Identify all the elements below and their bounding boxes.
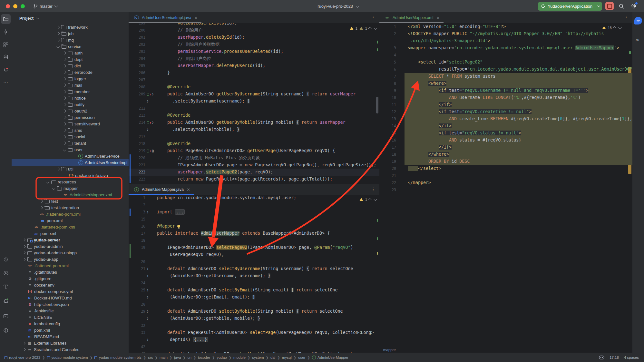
- chevron-right-icon[interactable]: [21, 245, 26, 248]
- chevron-right-icon[interactable]: [39, 200, 44, 202]
- tree-item-external-libraries[interactable]: ▥External Libraries: [12, 340, 129, 346]
- commit-tool-icon[interactable]: [1, 27, 11, 37]
- breadcrumb-item[interactable]: iocoder: [198, 356, 210, 359]
- code-line[interactable]: 220// 必须使用 MyBatis Plus 的分页对象: [129, 154, 379, 161]
- breadcrumb-item[interactable]: module: [233, 356, 246, 359]
- database-tool-icon[interactable]: [1, 52, 11, 62]
- code-line[interactable]: .org/dtd/mybatis-3-mapper.dtd">: [379, 37, 632, 44]
- tree-item-dict[interactable]: dict: [12, 63, 129, 69]
- code-line[interactable]: 21: [379, 172, 632, 179]
- tree-item-license[interactable]: ≡LICENSE: [12, 314, 129, 320]
- tree-item-pom-xml[interactable]: mpom.xml: [12, 230, 129, 237]
- code-line[interactable]: 25❯default AdminUserDO selectByEmail(Str…: [129, 287, 379, 294]
- chevron-right-icon[interactable]: [62, 142, 67, 144]
- tree-item-yudao-ui-admin[interactable]: yudao-ui-admin: [12, 243, 129, 249]
- close-tab-icon[interactable]: ✕: [194, 15, 198, 20]
- fold-icon[interactable]: ❯: [147, 98, 149, 105]
- tree-item-adminuserservice[interactable]: IAdminUserService: [12, 153, 129, 159]
- fold-icon[interactable]: ❯: [147, 336, 149, 343]
- code-line[interactable]: ❯.selectByUsername(username); }: [129, 98, 379, 105]
- code-line[interactable]: 13AND create_time BETWEEN #{reqVO.create…: [379, 115, 632, 122]
- chevron-right-icon[interactable]: [62, 65, 67, 67]
- code-line[interactable]: 15: [129, 216, 379, 223]
- code-line[interactable]: 15<if test="reqVO.status != null">: [379, 130, 632, 137]
- code-line[interactable]: 23: [379, 186, 632, 193]
- fold-icon[interactable]: ❯: [147, 308, 149, 315]
- chevron-down-icon[interactable]: [51, 187, 56, 190]
- chevron-right-icon[interactable]: [21, 342, 26, 344]
- close-tab-icon[interactable]: ✕: [436, 15, 440, 20]
- chevron-right-icon[interactable]: [62, 78, 67, 80]
- breadcrumb-item[interactable]: java: [174, 356, 181, 359]
- tree-item-yudao-ui-admin-uniapp[interactable]: yudao-ui-admin-uniapp: [12, 249, 129, 256]
- tree-item-member[interactable]: member: [12, 88, 129, 95]
- breadcrumb-item[interactable]: IAdminUserMapper: [312, 356, 348, 359]
- chevron-right-icon[interactable]: [21, 239, 26, 241]
- code-line[interactable]: 201userMapper.deleteById(id);: [129, 34, 379, 41]
- code-line[interactable]: 217: [129, 133, 379, 140]
- chevron-right-icon[interactable]: [62, 123, 67, 125]
- code-line[interactable]: 20 </select>: [379, 165, 632, 172]
- chevron-right-icon[interactable]: [21, 252, 26, 254]
- tree-item-lombok-config[interactable]: lombok.config: [12, 320, 129, 327]
- tree-item-adminuserserviceimpl[interactable]: CAdminUserServiceImpl: [12, 159, 129, 166]
- code-line[interactable]: 214↑❯public AdminUserDO getUserByMobile(…: [129, 119, 379, 126]
- chevron-right-icon[interactable]: [62, 103, 67, 106]
- code-line[interactable]: 2<!DOCTYPE mapper PUBLIC "-//mybatis.org…: [379, 30, 632, 37]
- tree-item-package-info-java[interactable]: package-info.java: [12, 172, 129, 179]
- code-line[interactable]: 218@Override: [129, 140, 379, 147]
- more-tools-icon[interactable]: ⋯: [1, 77, 11, 87]
- chevron-right-icon[interactable]: [62, 97, 67, 99]
- code-line[interactable]: 18: [129, 237, 379, 244]
- code-line[interactable]: 11</if>: [379, 101, 632, 108]
- tree-item-jenkinsfile[interactable]: ≡Jenkinsfile: [12, 308, 129, 314]
- project-title[interactable]: ruoyi-vue-pro-2023: [302, 4, 373, 9]
- prev-problem-icon[interactable]: [368, 198, 372, 202]
- code-line[interactable]: 209↑❯public AdminUserDO getUserByUsernam…: [129, 91, 379, 98]
- ai-assistant-icon[interactable]: </>: [634, 17, 642, 24]
- editor-breadcrumb[interactable]: mapper: [379, 347, 632, 353]
- tree-item-scratches-and-consoles[interactable]: ≔Scratches and Consoles: [12, 346, 129, 353]
- chevron-right-icon[interactable]: [39, 207, 44, 209]
- tree-item-mapper[interactable]: mapper: [12, 185, 129, 191]
- code-line[interactable]: 18</where>: [379, 151, 632, 158]
- tree-item--flattened-pom-xml[interactable]: </>.flattened-pom.xml: [12, 211, 129, 217]
- code-line[interactable]: 200// 删除用户: [129, 27, 379, 34]
- tab-adminusermapper-java[interactable]: I AdminUserMapper.java ✕: [129, 184, 194, 195]
- breadcrumb-item[interactable]: system: [252, 356, 264, 359]
- tree-item-test[interactable]: test: [12, 198, 129, 204]
- fold-icon[interactable]: ❯: [147, 265, 149, 272]
- tree-item-sensitiveword[interactable]: sensitiveword: [12, 121, 129, 127]
- intention-bulb-icon[interactable]: [177, 225, 180, 228]
- chevron-right-icon[interactable]: [62, 110, 67, 112]
- chevron-right-icon[interactable]: [21, 348, 26, 351]
- tree-item-yudao-server[interactable]: yudao-server: [12, 237, 129, 243]
- code-line[interactable]: 14</if>: [379, 122, 632, 130]
- tree-item-job[interactable]: job: [12, 30, 129, 37]
- tree-item-framework[interactable]: framework: [12, 24, 129, 30]
- tree-item-http-client-env-json[interactable]: {}http-client.env.json: [12, 301, 129, 308]
- tree-item-service[interactable]: service: [12, 43, 129, 50]
- tree-item-dept[interactable]: dept: [12, 56, 129, 63]
- tree-item-readme-md[interactable]: M↓README.md: [12, 333, 129, 340]
- code-line[interactable]: 1package cn.iocoder.yudao.module.system.…: [129, 195, 379, 201]
- tree-item-logger[interactable]: logger: [12, 75, 129, 82]
- stop-button[interactable]: [605, 2, 614, 10]
- code-line[interactable]: 42: [129, 343, 379, 350]
- breadcrumb-item[interactable]: yudao-module-system: [47, 356, 88, 359]
- fold-icon[interactable]: ❯: [147, 209, 149, 216]
- code-line[interactable]: 208@Override: [129, 83, 379, 91]
- code-line[interactable]: ❯deptIds) {...}: [129, 336, 379, 343]
- code-line[interactable]: 6resultType="cn.iocoder.yudao.module.sys…: [379, 66, 632, 73]
- minimize-window-icon[interactable]: [13, 4, 17, 8]
- tree-item-notice[interactable]: notice: [12, 95, 129, 101]
- chevron-right-icon[interactable]: [62, 129, 67, 132]
- code-line[interactable]: 206}: [129, 69, 379, 76]
- code-line[interactable]: 28: [129, 301, 379, 308]
- problems-tool-icon[interactable]: [1, 326, 11, 335]
- close-window-icon[interactable]: [6, 4, 10, 8]
- code-line[interactable]: 17</if>: [379, 144, 632, 151]
- tree-item-errorcode[interactable]: errorcode: [12, 69, 129, 75]
- code-line[interactable]: 20: [129, 258, 379, 265]
- chevron-right-icon[interactable]: [55, 26, 61, 28]
